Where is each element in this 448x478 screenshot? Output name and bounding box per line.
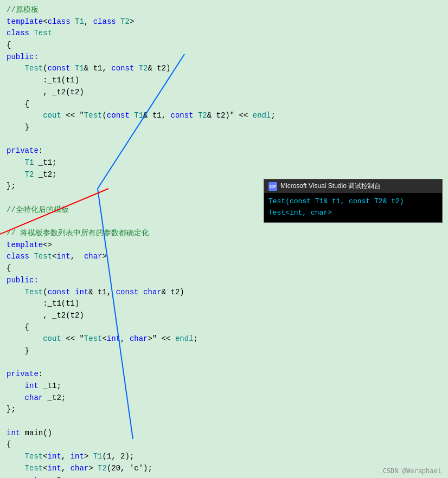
code-line: { xyxy=(7,263,441,275)
code-line xyxy=(7,134,441,146)
code-line: { xyxy=(7,322,441,334)
code-line: Test(const T1& t1, const T2& t2) xyxy=(7,63,441,75)
console-line-2: Test<int, char> xyxy=(268,208,438,219)
code-line: cout << "Test(const T1& t1, const T2& t2… xyxy=(7,110,441,122)
code-line: int _t1; xyxy=(7,380,441,392)
console-content: Test(const T1& t1, const T2& t2) Test<in… xyxy=(264,193,442,222)
console-title: Microsoft Visual Studio 调试控制台 xyxy=(280,182,381,191)
code-line: , _t2(t2) xyxy=(7,310,441,322)
watermark: CSDN @Weraphael xyxy=(383,467,441,475)
code-line: class Test xyxy=(7,28,441,40)
code-line: template<class T1, class T2> xyxy=(7,16,441,28)
code-line: // 将模板参数列表中所有的参数都确定化 xyxy=(7,228,441,240)
console-popup: C# Microsoft Visual Studio 调试控制台 Test(co… xyxy=(264,179,443,223)
console-line-1: Test(const T1& t1, const T2& t2) xyxy=(268,196,438,208)
code-line: private: xyxy=(7,145,441,157)
code-line: cout << "Test<int, char>" << endl; xyxy=(7,333,441,345)
code-editor: //原模板template<class T1, class T2>class T… xyxy=(0,0,448,478)
code-line: }; xyxy=(7,404,441,416)
code-line: Test(const int& t1, const char& t2) xyxy=(7,287,441,299)
code-line: private: xyxy=(7,369,441,380)
code-line xyxy=(7,357,441,369)
code-line: { xyxy=(7,99,441,111)
code-line: } xyxy=(7,345,441,357)
code-line: :_t1(t1) xyxy=(7,75,441,87)
code-line: Test<int, int> T1(1, 2); xyxy=(7,451,441,463)
code-line: public: xyxy=(7,275,441,287)
code-line: { xyxy=(7,439,441,451)
code-line: public: xyxy=(7,51,441,63)
code-line: //原模板 xyxy=(7,4,441,16)
code-line: , _t2(t2) xyxy=(7,87,441,99)
code-line: :_t1(t1) xyxy=(7,298,441,310)
code-line xyxy=(7,416,441,428)
console-title-bar: C# Microsoft Visual Studio 调试控制台 xyxy=(264,179,442,193)
code-line: char _t2; xyxy=(7,392,441,404)
code-line: return 0; xyxy=(7,475,441,479)
code-line: { xyxy=(7,40,441,51)
code-line: class Test<int, char> xyxy=(7,251,441,263)
code-line: } xyxy=(7,122,441,134)
code-line: int main() xyxy=(7,428,441,440)
code-line: template<> xyxy=(7,240,441,251)
code-line: T1 _t1; xyxy=(7,157,441,169)
vs-icon: C# xyxy=(268,182,277,191)
code-line: Test<int, char> T2(20, 'c'); xyxy=(7,463,441,475)
